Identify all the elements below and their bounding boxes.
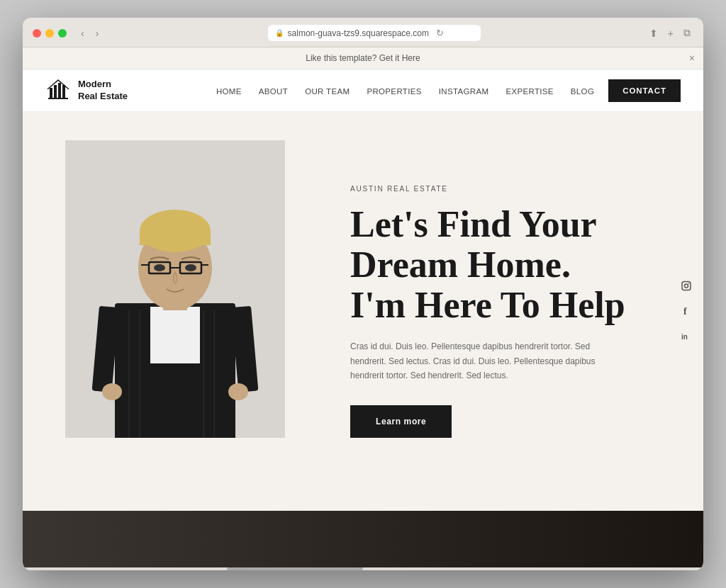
nav-blog[interactable]: BLOG <box>571 87 594 96</box>
browser-actions: ⬆ + ⧉ <box>647 26 693 40</box>
browser-titlebar: ‹ › 🔒 salmon-guava-tzs9.squarespace.com … <box>23 18 703 47</box>
bottom-strip <box>23 511 703 567</box>
hero-section: AUSTIN REAL ESTATE Let's Find Your Dream… <box>23 112 703 511</box>
browser-controls: ‹ › <box>78 26 101 40</box>
right-panel: AUSTIN REAL ESTATE Let's Find Your Dream… <box>329 112 703 511</box>
svg-point-23 <box>185 264 196 271</box>
scrollbar[interactable] <box>23 567 703 570</box>
scrollbar-thumb[interactable] <box>227 567 363 570</box>
logo-icon <box>45 78 71 103</box>
hero-description: Cras id dui. Duis leo. Pellentesque dapi… <box>350 339 620 383</box>
banner-text: Like this template? Get it Here <box>306 53 420 63</box>
website-content: ModernReal Estate HOME ABOUT OUR TEAM PR… <box>23 69 703 567</box>
svg-point-29 <box>685 284 688 288</box>
agent-photo <box>65 140 285 438</box>
lock-icon: 🔒 <box>275 29 284 37</box>
share-button[interactable]: ⬆ <box>647 26 661 40</box>
nav-our-team[interactable]: OUR TEAM <box>305 87 350 96</box>
svg-text:f: f <box>683 305 687 316</box>
svg-point-26 <box>102 383 122 400</box>
learn-more-button[interactable]: Learn more <box>350 405 452 438</box>
social-icons: f in <box>681 280 692 343</box>
tabs-button[interactable]: ⧉ <box>681 26 693 40</box>
navigation: ModernReal Estate HOME ABOUT OUR TEAM PR… <box>23 69 703 112</box>
forward-button[interactable]: › <box>93 26 102 40</box>
svg-rect-2 <box>54 85 57 99</box>
svg-point-30 <box>688 283 690 284</box>
nav-about[interactable]: ABOUT <box>259 87 288 96</box>
nav-home[interactable]: HOME <box>216 87 242 96</box>
svg-rect-3 <box>58 83 61 99</box>
address-bar: 🔒 salmon-guava-tzs9.squarespace.com ↻ <box>110 25 637 41</box>
banner-bar: Like this template? Get it Here × <box>23 47 703 69</box>
traffic-light-minimize[interactable] <box>45 29 54 38</box>
headline-line3: I'm Here To Help <box>350 285 625 325</box>
nav-links: HOME ABOUT OUR TEAM PROPERTIES INSTAGRAM… <box>216 84 594 97</box>
svg-rect-1 <box>50 88 52 99</box>
svg-rect-28 <box>682 281 691 290</box>
nav-expertise[interactable]: EXPERTISE <box>506 87 553 96</box>
traffic-light-close[interactable] <box>33 29 41 38</box>
svg-rect-16 <box>140 231 211 245</box>
svg-rect-4 <box>62 85 65 99</box>
svg-point-27 <box>228 383 248 400</box>
linkedin-icon[interactable]: in <box>681 329 692 343</box>
contact-button[interactable]: CONTACT <box>608 79 681 102</box>
facebook-icon[interactable]: f <box>681 305 692 318</box>
hero-headline: Let's Find Your Dream Home. I'm Here To … <box>350 204 661 326</box>
hero-subtitle: AUSTIN REAL ESTATE <box>350 185 661 193</box>
url-bar[interactable]: 🔒 salmon-guava-tzs9.squarespace.com ↻ <box>268 25 481 41</box>
logo-text: ModernReal Estate <box>78 79 128 103</box>
instagram-icon[interactable] <box>681 280 692 293</box>
headline-line1: Let's Find Your <box>350 204 597 244</box>
banner-close-button[interactable]: × <box>689 52 695 64</box>
svg-text:in: in <box>681 332 688 340</box>
traffic-light-maximize[interactable] <box>58 29 67 38</box>
left-panel <box>23 112 329 511</box>
nav-instagram[interactable]: INSTAGRAM <box>439 87 489 96</box>
nav-properties[interactable]: PROPERTIES <box>367 87 421 96</box>
person-illustration <box>65 140 285 438</box>
reload-button[interactable]: ↻ <box>436 28 444 38</box>
back-button[interactable]: ‹ <box>78 26 87 40</box>
url-text: salmon-guava-tzs9.squarespace.com <box>288 28 429 38</box>
svg-rect-8 <box>150 307 200 363</box>
headline-line2: Dream Home. <box>350 244 571 285</box>
browser-window: ‹ › 🔒 salmon-guava-tzs9.squarespace.com … <box>23 18 703 570</box>
traffic-lights <box>33 29 67 38</box>
svg-point-22 <box>154 264 165 271</box>
logo[interactable]: ModernReal Estate <box>45 78 128 103</box>
new-tab-button[interactable]: + <box>665 26 676 40</box>
